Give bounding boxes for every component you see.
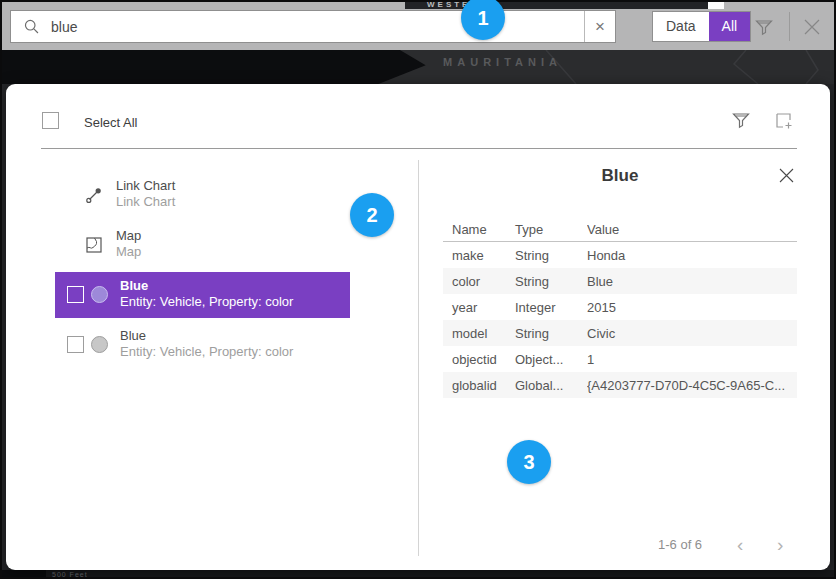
- search-results-panel: Select All Li: [6, 84, 830, 570]
- map-top-sliver: WESTER: [405, 0, 708, 9]
- result-subtitle: Entity: Vehicle, Property: color: [120, 294, 293, 310]
- details-title: Blue: [443, 166, 797, 186]
- result-item-blue-selected[interactable]: Blue Entity: Vehicle, Property: color: [55, 272, 350, 318]
- result-title: Blue: [120, 277, 293, 294]
- cell-value: Honda: [587, 248, 797, 263]
- page-next-icon[interactable]: ›: [777, 534, 783, 556]
- result-checkbox[interactable]: [67, 286, 84, 303]
- map-label-mauritania: MAURITANIA: [380, 56, 625, 68]
- scope-option-all[interactable]: All: [709, 12, 751, 41]
- cell-type: String: [515, 248, 587, 263]
- table-row: color String Blue: [443, 268, 797, 294]
- pagination: 1-6 of 6 ‹ ›: [443, 534, 797, 556]
- column-header-value: Value: [587, 222, 797, 237]
- result-title: Link Chart: [116, 177, 175, 194]
- cell-value: {A4203777-D70D-4C5C-9A65-C...: [587, 378, 797, 393]
- column-header-name: Name: [443, 222, 515, 237]
- annotation-callout-3: 3: [507, 440, 551, 484]
- header-divider: [41, 148, 797, 149]
- cell-type: String: [515, 274, 587, 289]
- result-item-blue[interactable]: Blue Entity: Vehicle, Property: color: [6, 322, 418, 368]
- column-header-type: Type: [515, 222, 587, 237]
- result-checkbox[interactable]: [67, 336, 84, 353]
- cell-name: color: [443, 274, 515, 289]
- entity-dot-icon: [91, 336, 108, 353]
- scope-toggle: Data All: [652, 11, 751, 42]
- filter-icon[interactable]: [754, 17, 774, 37]
- table-header-row: Name Type Value: [443, 218, 797, 241]
- properties-table: Name Type Value make String Honda color …: [443, 218, 797, 398]
- cell-value: 1: [587, 352, 797, 367]
- select-all-checkbox[interactable]: [42, 112, 59, 129]
- app-window: MAURITANIA WESTER 500 Feet × Data All: [0, 0, 836, 579]
- results-filter-icon[interactable]: [731, 110, 751, 130]
- cell-name: year: [443, 300, 515, 315]
- cell-value: Civic: [587, 326, 797, 341]
- result-title: Map: [116, 227, 141, 244]
- panel-divider: [418, 160, 419, 556]
- toolbar-divider: [789, 12, 790, 41]
- search-box: ×: [10, 10, 616, 43]
- search-icon: [11, 18, 51, 35]
- page-prev-icon[interactable]: ‹: [737, 534, 743, 556]
- search-toolbar: × Data All: [2, 2, 834, 50]
- cell-type: Global...: [515, 378, 587, 393]
- map-ocean: [0, 50, 430, 84]
- map-top-white-sliver: [708, 0, 724, 9]
- cell-type: Object...: [515, 352, 587, 367]
- link-chart-icon: [84, 185, 104, 205]
- search-clear-button[interactable]: ×: [584, 11, 615, 42]
- map-bottom-ocean: [0, 570, 46, 579]
- result-subtitle: Entity: Vehicle, Property: color: [120, 344, 293, 360]
- map-bottom-strip: 500 Feet: [0, 570, 836, 579]
- map-scale-label: 500 Feet: [52, 571, 88, 578]
- add-selection-icon[interactable]: [773, 110, 794, 131]
- table-row: make String Honda: [443, 242, 797, 268]
- cell-type: String: [515, 326, 587, 341]
- table-row: model String Civic: [443, 320, 797, 346]
- result-title: Blue: [120, 327, 293, 344]
- cell-name: objectid: [443, 352, 515, 367]
- cell-name: make: [443, 248, 515, 263]
- annotation-callout-2: 2: [350, 193, 394, 237]
- map-icon: [84, 235, 104, 255]
- table-row: objectid Object... 1: [443, 346, 797, 372]
- cell-value: 2015: [587, 300, 797, 315]
- entity-dot-icon: [91, 286, 108, 303]
- scope-option-data[interactable]: Data: [653, 12, 709, 41]
- table-row: year Integer 2015: [443, 294, 797, 320]
- select-all-label: Select All: [84, 115, 137, 130]
- cell-name: globalid: [443, 378, 515, 393]
- cell-name: model: [443, 326, 515, 341]
- details-close-icon[interactable]: [777, 166, 796, 185]
- result-subtitle: Link Chart: [116, 194, 175, 210]
- cell-type: Integer: [515, 300, 587, 315]
- table-row: globalid Global... {A4203777-D70D-4C5C-9…: [443, 372, 797, 398]
- result-subtitle: Map: [116, 244, 141, 260]
- map-background: MAURITANIA: [0, 50, 836, 84]
- close-search-icon[interactable]: [800, 15, 824, 39]
- page-range-label: 1-6 of 6: [658, 537, 702, 552]
- cell-value: Blue: [587, 274, 797, 289]
